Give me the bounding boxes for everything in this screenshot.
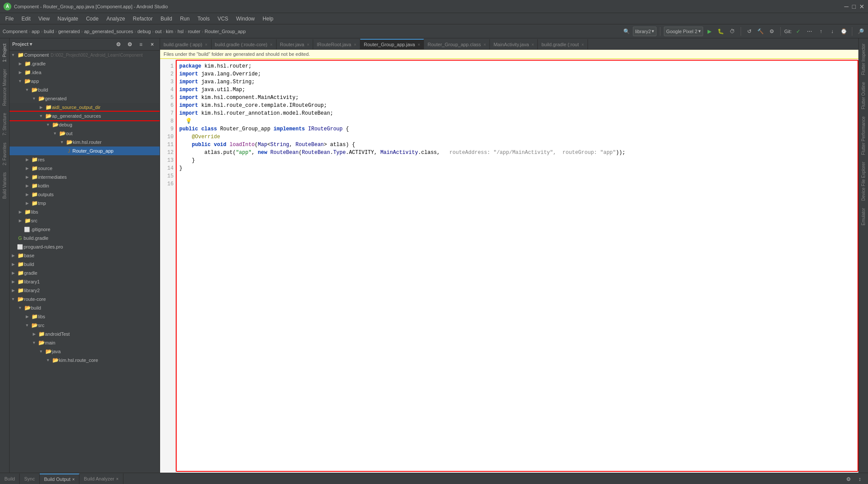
tab-close-icon[interactable]: × — [270, 42, 273, 47]
tree-item-routecore-libs[interactable]: ▶ 📁 libs — [10, 312, 160, 321]
menu-code[interactable]: Code — [82, 15, 102, 23]
sync-button[interactable]: ↺ — [745, 27, 754, 36]
bottom-tab-close[interactable]: × — [116, 477, 119, 481]
tree-item-debug[interactable]: ▼ 📂 debug — [10, 120, 160, 129]
tree-item-aidl[interactable]: ▶ 📁 aidl_source_output_dir — [10, 103, 160, 112]
tree-item-gradle[interactable]: ▶ 📁 gradle — [10, 269, 160, 277]
tree-root[interactable]: ▼ 📁 Component D:\002_Project\002_Android… — [10, 51, 160, 59]
menu-vcs[interactable]: VCS — [214, 15, 232, 23]
tree-item-java[interactable]: ▼ 📂 java — [10, 347, 160, 356]
settings-button[interactable]: ⚙ — [767, 27, 777, 36]
minimize-button[interactable]: ─ — [844, 3, 849, 10]
run-button[interactable]: ▶ — [705, 27, 714, 36]
sidebar-item-variants[interactable]: Build Variants — [1, 170, 8, 201]
close-button[interactable]: ✕ — [859, 3, 865, 10]
tab-router-java[interactable]: Router.java × — [277, 39, 314, 49]
tree-item-generated[interactable]: ▼ 📂 generated — [10, 94, 160, 103]
tab-mainactivity-java[interactable]: MainActivity.java × — [490, 39, 538, 49]
tree-item-app[interactable]: ▼ 📂 app — [10, 77, 160, 85]
sidebar-item-resource[interactable]: Resource Manager — [1, 67, 8, 108]
menu-tools[interactable]: Tools — [194, 15, 213, 23]
sidebar-device-file[interactable]: Device File Explorer — [860, 160, 867, 202]
tree-item-router-group-app[interactable]: J Router_Group_app — [10, 147, 160, 155]
tab-close-icon[interactable]: × — [581, 42, 584, 47]
menu-refactor[interactable]: Refactor — [130, 15, 156, 23]
tree-item-proguard[interactable]: ⬜ proguard-rules.pro — [10, 242, 160, 251]
git-check-button[interactable]: ✓ — [793, 27, 803, 36]
sidebar-item-favorites[interactable]: 2: Favorites — [1, 141, 8, 167]
tree-item-gradle-root[interactable]: ▶ 📁 .gradle — [10, 59, 160, 68]
menu-help[interactable]: Help — [259, 15, 277, 23]
git-pull-button[interactable]: ↓ — [827, 27, 837, 36]
bottom-tab-close[interactable]: × — [72, 477, 75, 482]
project-layout-icon[interactable]: ≡ — [136, 40, 146, 49]
menu-analyze[interactable]: Analyze — [103, 15, 129, 23]
breadcrumb-app[interactable]: app — [32, 29, 40, 34]
menu-edit[interactable]: Edit — [18, 15, 34, 23]
tree-item-buildgradle[interactable]: G build.gradle — [10, 234, 160, 242]
tab-build-gradle-rout[interactable]: build.gradle (:rout × — [538, 39, 588, 49]
settings-icon[interactable]: ⚙ — [844, 474, 853, 484]
tab-close-icon[interactable]: × — [354, 42, 356, 47]
menu-build[interactable]: Build — [157, 15, 176, 23]
window-controls[interactable]: ─ □ ✕ — [844, 3, 865, 10]
tree-item-routecore-build[interactable]: ▼ 📂 build — [10, 303, 160, 312]
breadcrumb-router[interactable]: router — [188, 29, 201, 34]
tree-item-source[interactable]: ▶ 📁 source — [10, 164, 160, 173]
device-dropdown[interactable]: Google Pixel 2 ▾ — [664, 27, 703, 36]
tree-item-res[interactable]: ▶ 📁 res — [10, 155, 160, 164]
sidebar-flutter-performance[interactable]: Flutter Performance — [860, 115, 867, 157]
profile-button[interactable]: ⏱ — [728, 27, 737, 36]
breadcrumb-debug[interactable]: debug — [137, 29, 151, 34]
library-dropdown[interactable]: library2 ▾ — [633, 27, 656, 36]
menu-navigate[interactable]: Navigate — [54, 15, 82, 23]
sidebar-emulator[interactable]: Emulator — [860, 206, 867, 227]
tree-item-intermediates[interactable]: ▶ 📁 intermediates — [10, 173, 160, 181]
sidebar-item-project[interactable]: 1: Project — [1, 42, 8, 64]
git-merge-button[interactable]: ⋯ — [805, 27, 814, 36]
tab-close-icon[interactable]: × — [307, 42, 309, 47]
tab-router-group-app-class[interactable]: Router_Group_app.class × — [424, 39, 490, 49]
breadcrumb-ap-gen[interactable]: ap_generated_sources — [84, 29, 133, 34]
breadcrumb-build[interactable]: build — [44, 29, 54, 34]
sidebar-item-structure[interactable]: 7: Structure — [1, 111, 8, 137]
bottom-tab-build-output[interactable]: Build Output × — [40, 474, 79, 484]
menu-file[interactable]: File — [2, 15, 17, 23]
tree-item-library2[interactable]: ▶ 📁 library2 — [10, 286, 160, 295]
tab-close-icon[interactable]: × — [484, 42, 486, 47]
git-push-button[interactable]: ↑ — [816, 27, 826, 36]
tree-item-outputs[interactable]: ▶ 📁 outputs — [10, 190, 160, 199]
project-settings-icon[interactable]: ⚙ — [113, 40, 123, 49]
breadcrumb-kim[interactable]: kim — [166, 29, 173, 34]
breadcrumb-out[interactable]: out — [155, 29, 161, 34]
tree-item-build[interactable]: ▼ 📂 build — [10, 85, 160, 94]
breadcrumb-hsl[interactable]: hsl — [178, 29, 184, 34]
search-everywhere-button[interactable]: 🔎 — [856, 27, 865, 36]
tab-iroute-root-java[interactable]: IRouteRoot.java × — [313, 39, 360, 49]
bottom-tab-sync[interactable]: Sync — [20, 474, 39, 484]
tree-item-kotlin[interactable]: ▶ 📁 kotlin — [10, 181, 160, 190]
tree-item-route-core-pkg[interactable]: ▼ 📂 kim.hsl.route_core — [10, 356, 160, 365]
tab-router-group-app[interactable]: Router_Group_app.java × — [360, 39, 424, 49]
tab-close-icon[interactable]: × — [532, 42, 534, 47]
code-editor[interactable]: 1 2 3 4 5 6 7 8 9 10 11 12 13 14 15 16 p… — [160, 59, 858, 473]
tab-close-icon[interactable]: × — [205, 42, 208, 47]
breadcrumb-component[interactable]: Component — [3, 29, 27, 34]
tree-item-androidtest[interactable]: ▶ 📁 androidTest — [10, 330, 160, 338]
tree-item-routecore-src[interactable]: ▼ 📂 src — [10, 321, 160, 330]
debug-button[interactable]: 🐛 — [716, 27, 726, 36]
project-gear-icon[interactable]: ⚙ — [125, 40, 134, 49]
maximize-button[interactable]: □ — [852, 3, 856, 10]
bottom-tab-build[interactable]: Build — [0, 474, 20, 484]
tree-item-main[interactable]: ▼ 📂 main — [10, 338, 160, 347]
project-close-icon[interactable]: × — [147, 40, 157, 49]
tree-item-idea[interactable]: ▶ 📁 .idea — [10, 68, 160, 77]
menu-view[interactable]: View — [35, 15, 53, 23]
tree-item-base[interactable]: ▶ 📁 base — [10, 251, 160, 260]
menu-window[interactable]: Window — [232, 15, 258, 23]
breadcrumb-file[interactable]: Router_Group_app — [205, 29, 246, 34]
search-button[interactable]: 🔍 — [622, 27, 631, 36]
tree-item-gitignore[interactable]: ⬜ .gitignore — [10, 225, 160, 234]
tree-item-ap-gen[interactable]: ▼ 📂 ap_generated_sources — [10, 112, 160, 120]
tree-item-tmp[interactable]: ▶ 📁 tmp — [10, 199, 160, 208]
